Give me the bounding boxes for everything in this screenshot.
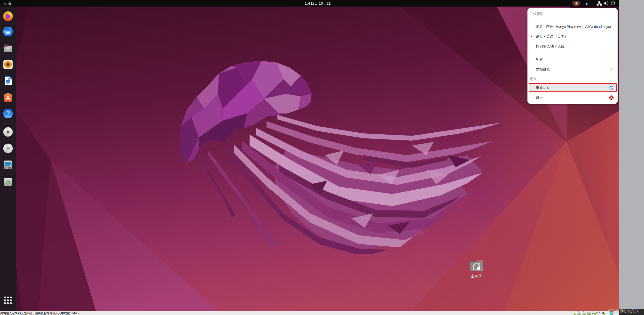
svg-text:?: ? <box>6 110 10 117</box>
svg-text:zh: zh <box>586 1 590 5</box>
